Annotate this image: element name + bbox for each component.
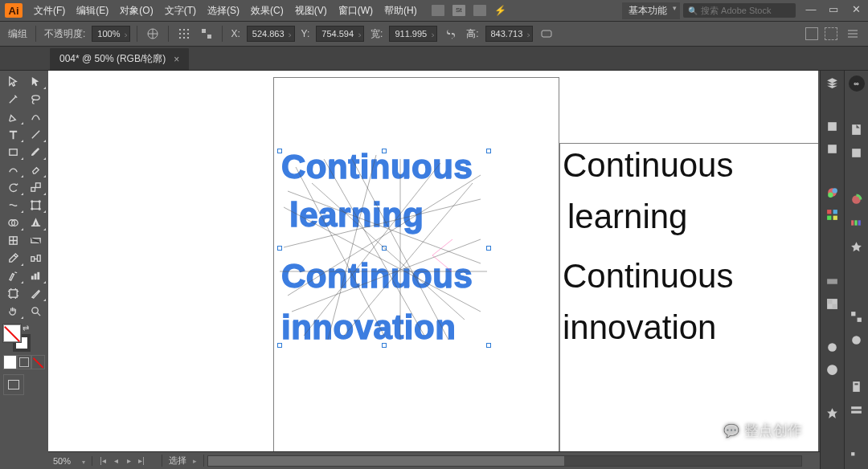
text-line2[interactable]: learning bbox=[567, 193, 687, 242]
align-panel-icon[interactable] bbox=[848, 285, 866, 301]
color-guide-panel-icon[interactable] bbox=[848, 191, 866, 207]
canvas[interactable]: Continuous learning Continuous innovatio… bbox=[48, 71, 818, 451]
color-themes-panel-icon[interactable] bbox=[848, 215, 866, 231]
options-flyout-icon[interactable] bbox=[844, 25, 862, 43]
menu-file[interactable]: 文件(F) bbox=[29, 2, 70, 19]
eraser-tool[interactable] bbox=[24, 161, 47, 178]
column-graph-tool[interactable] bbox=[24, 267, 47, 284]
edit-contents-icon[interactable] bbox=[825, 27, 837, 40]
selection-handle[interactable] bbox=[486, 246, 491, 251]
libraries-panel-icon[interactable] bbox=[824, 119, 841, 133]
scale-tool[interactable] bbox=[24, 178, 47, 196]
menu-edit[interactable]: 编辑(E) bbox=[72, 2, 113, 19]
opacity-input[interactable]: 100% bbox=[92, 26, 130, 42]
outline-text-line4[interactable]: innovation bbox=[281, 308, 456, 347]
graphic-styles-panel-icon[interactable] bbox=[824, 362, 841, 377]
arrange-docs-icon[interactable] bbox=[473, 5, 486, 16]
magic-wand-tool[interactable] bbox=[2, 90, 24, 108]
isolate-mode-icon[interactable] bbox=[805, 27, 818, 40]
window-close-icon[interactable]: ✕ bbox=[849, 5, 863, 16]
draw-behind[interactable] bbox=[17, 355, 31, 369]
links-panel-icon[interactable] bbox=[848, 332, 866, 349]
artboard-next-icon[interactable]: ▸ bbox=[123, 455, 134, 467]
transparency-panel-icon[interactable] bbox=[824, 296, 841, 311]
properties-panel-icon[interactable] bbox=[848, 121, 866, 137]
menu-effect[interactable]: 效果(C) bbox=[246, 2, 289, 19]
h-scrollbar[interactable] bbox=[207, 455, 802, 467]
symbol-sprayer-tool[interactable] bbox=[2, 267, 24, 284]
artboard-tool[interactable] bbox=[2, 284, 24, 302]
menu-help[interactable]: 帮助(H) bbox=[379, 2, 422, 19]
artboards-panel-icon[interactable] bbox=[848, 145, 866, 161]
layers-panel-icon[interactable] bbox=[824, 75, 841, 90]
menu-select[interactable]: 选择(S) bbox=[203, 2, 244, 19]
window-minimize-icon[interactable]: — bbox=[804, 5, 818, 16]
outline-text-line3[interactable]: Continuous bbox=[281, 257, 473, 296]
rotate-tool[interactable] bbox=[2, 178, 24, 196]
lasso-tool[interactable] bbox=[24, 90, 47, 108]
shaper-tool[interactable] bbox=[2, 161, 24, 178]
menu-window[interactable]: 窗口(W) bbox=[334, 2, 378, 19]
slice-tool[interactable] bbox=[24, 284, 47, 302]
tab-close-icon[interactable]: × bbox=[174, 54, 179, 65]
asset-export-panel-icon[interactable] bbox=[824, 141, 841, 156]
free-transform-tool[interactable] bbox=[24, 196, 47, 214]
symbols-panel-icon[interactable] bbox=[824, 406, 841, 421]
zoom-tool[interactable] bbox=[24, 302, 47, 320]
selection-tool[interactable] bbox=[2, 72, 24, 90]
transform-panel-icon[interactable] bbox=[198, 25, 215, 43]
stroke-panel-icon[interactable] bbox=[824, 251, 841, 266]
screen-mode[interactable] bbox=[3, 374, 24, 395]
align-panel-icon[interactable] bbox=[175, 25, 193, 43]
pen-tool[interactable] bbox=[2, 108, 24, 125]
selection-handle[interactable] bbox=[486, 343, 491, 348]
blend-tool[interactable] bbox=[24, 249, 47, 267]
doc-setup-icon[interactable] bbox=[432, 5, 444, 16]
direct-selection-tool[interactable] bbox=[24, 72, 47, 90]
color-panel-icon[interactable] bbox=[824, 186, 841, 200]
h-scrollbar-thumb[interactable] bbox=[208, 456, 564, 466]
swap-fill-stroke-icon[interactable]: ⇄ bbox=[23, 324, 31, 332]
outline-text-line1[interactable]: Continuous bbox=[281, 148, 473, 186]
pathfinder-panel-icon[interactable] bbox=[848, 239, 866, 255]
artboard-prev-icon[interactable]: ◂ bbox=[110, 455, 121, 467]
width-tool[interactable] bbox=[2, 196, 24, 214]
height-input[interactable]: 843.713 bbox=[485, 26, 534, 42]
actions-panel-icon[interactable] bbox=[848, 378, 866, 394]
link-wh-icon[interactable] bbox=[442, 25, 460, 43]
window-restore-icon[interactable]: ▭ bbox=[826, 5, 841, 16]
paragraph-panel-icon[interactable] bbox=[848, 448, 866, 464]
x-input[interactable]: 524.863 bbox=[247, 26, 295, 42]
current-tool-label[interactable]: 选择 bbox=[162, 455, 204, 467]
text-line4[interactable]: innovation bbox=[563, 304, 716, 353]
stock-icon[interactable]: St bbox=[452, 5, 465, 16]
selection-center[interactable] bbox=[382, 246, 387, 251]
selection-handle[interactable] bbox=[277, 246, 282, 251]
hand-tool[interactable] bbox=[2, 302, 24, 320]
menu-object[interactable]: 对象(O) bbox=[115, 2, 158, 19]
recolor-artwork-icon[interactable] bbox=[144, 25, 162, 43]
shape-builder-tool[interactable] bbox=[2, 214, 24, 231]
type-tool[interactable] bbox=[2, 125, 24, 143]
artboard-first-icon[interactable]: |◂ bbox=[97, 455, 108, 467]
zoom-level[interactable]: 50% bbox=[48, 456, 92, 466]
css-panel-icon[interactable] bbox=[848, 402, 866, 418]
selection-handle[interactable] bbox=[486, 149, 491, 153]
width-input[interactable]: 911.995 bbox=[389, 26, 437, 42]
mesh-tool[interactable] bbox=[2, 231, 24, 249]
text-line3[interactable]: Continuous bbox=[563, 252, 733, 301]
outline-text-line2[interactable]: learning bbox=[289, 196, 424, 234]
shape-props-icon[interactable] bbox=[538, 25, 555, 43]
gpu-icon[interactable]: ⚡ bbox=[494, 5, 507, 16]
line-segment-tool[interactable] bbox=[24, 125, 47, 143]
workspace-switcher[interactable]: 基本功能 bbox=[622, 2, 680, 19]
creative-cloud-icon[interactable]: ∞ bbox=[849, 75, 865, 92]
transform-panel2-icon[interactable] bbox=[848, 309, 866, 325]
curvature-tool[interactable] bbox=[24, 108, 47, 125]
draw-inside[interactable] bbox=[31, 355, 45, 369]
menu-view[interactable]: 视图(V) bbox=[290, 2, 332, 19]
text-line1[interactable]: Continuous bbox=[563, 141, 733, 190]
perspective-grid-tool[interactable] bbox=[24, 214, 47, 231]
menu-type[interactable]: 文字(T) bbox=[160, 2, 201, 19]
rectangle-tool[interactable] bbox=[2, 143, 24, 161]
